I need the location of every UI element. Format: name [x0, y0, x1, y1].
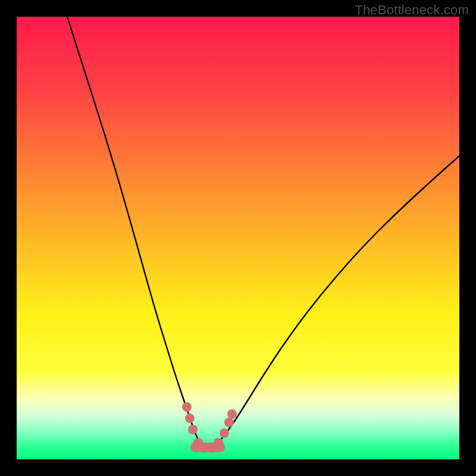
chart-background	[17, 17, 459, 459]
curve-marker	[188, 425, 198, 434]
curve-marker	[185, 414, 195, 423]
chart-plot-area	[17, 17, 459, 459]
curve-marker	[224, 418, 234, 427]
curve-marker	[227, 409, 237, 419]
curve-marker	[182, 402, 192, 412]
chart-svg	[17, 17, 459, 459]
curve-marker	[220, 428, 229, 438]
chart-outer-frame: TheBottleneck.com	[0, 0, 476, 476]
watermark-label: TheBottleneck.com	[355, 2, 469, 18]
